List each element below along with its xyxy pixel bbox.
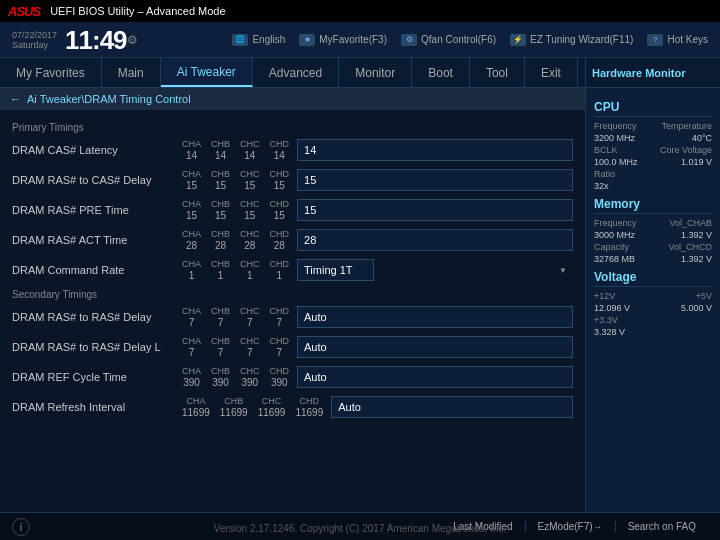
cpu-bclk-value: 100.0 MHz bbox=[594, 157, 638, 167]
cmd-rate-label: DRAM Command Rate bbox=[12, 264, 182, 276]
hot-keys-label: Hot Keys bbox=[667, 34, 708, 45]
main-panel: ← Ai Tweaker\DRAM Timing Control Primary… bbox=[0, 88, 585, 512]
hot-keys-btn[interactable]: ? Hot Keys bbox=[647, 34, 708, 46]
search-faq-btn[interactable]: Search on FAQ bbox=[615, 521, 708, 532]
ras-pre-label: DRAM RAS# PRE Time bbox=[12, 204, 182, 216]
tab-monitor[interactable]: Monitor bbox=[339, 58, 412, 87]
ref-cycle-channels: CHA390 CHB390 CHC390 CHD390 bbox=[182, 366, 289, 388]
hot-keys-icon: ? bbox=[647, 34, 663, 46]
info-icon[interactable]: i bbox=[12, 518, 30, 536]
date-text: 07/22/2017 bbox=[12, 30, 57, 40]
qfan-icon: ⚙ bbox=[401, 34, 417, 46]
mem-volchcd-value: 1.392 V bbox=[681, 254, 712, 264]
refresh-interval-label: DRAM Refresh Interval bbox=[12, 401, 182, 413]
volt-5-label: +5V bbox=[696, 291, 712, 301]
mem-volchcd-label: Vol_CHCD bbox=[668, 242, 712, 252]
volt-33-value: 3.328 V bbox=[594, 327, 625, 337]
cpu-volt-label: Core Voltage bbox=[660, 145, 712, 155]
setting-row-ras-act: DRAM RAS# ACT Time CHA28 CHB28 CHC28 CHD… bbox=[12, 227, 573, 253]
my-favorites-btn[interactable]: ★ MyFavorite(F3) bbox=[299, 34, 387, 46]
cpu-bclk-val-row: 100.0 MHz 1.019 V bbox=[594, 157, 712, 167]
setting-row-ras-cas-delay: DRAM RAS# to CAS# Delay CHA15 CHB15 CHC1… bbox=[12, 167, 573, 193]
day-text: Saturday bbox=[12, 40, 57, 50]
cpu-bclk-label: BCLK bbox=[594, 145, 618, 155]
right-panel: CPU Frequency Temperature 3200 MHz 40°C … bbox=[585, 88, 720, 512]
setting-row-ras-ras-delay: DRAM RAS# to RAS# Delay CHA7 CHB7 CHC7 C… bbox=[12, 304, 573, 330]
cmd-rate-select[interactable]: Timing 1T Timing 2T Auto bbox=[297, 259, 374, 281]
volt-12-value: 12.096 V bbox=[594, 303, 630, 313]
ras-ras-delay-label: DRAM RAS# to RAS# Delay bbox=[12, 311, 182, 323]
mem-cap-row: Capacity Vol_CHCD bbox=[594, 242, 712, 252]
setting-row-ras-pre: DRAM RAS# PRE Time CHA15 CHB15 CHC15 CHD… bbox=[12, 197, 573, 223]
mem-freq-val-row: 3000 MHz 1.392 V bbox=[594, 230, 712, 240]
ref-cycle-input[interactable] bbox=[297, 366, 573, 388]
ras-ras-delay-l-channels: CHA7 CHB7 CHC7 CHD7 bbox=[182, 336, 289, 358]
mem-freq-value: 3000 MHz bbox=[594, 230, 635, 240]
ras-pre-channels: CHA15 CHB15 CHC15 CHD15 bbox=[182, 199, 289, 221]
ez-tuning-icon: ⚡ bbox=[510, 34, 526, 46]
tab-my-favorites[interactable]: My Favorites bbox=[0, 58, 102, 87]
ras-ras-delay-l-label: DRAM RAS# to RAS# Delay L bbox=[12, 341, 182, 353]
setting-row-ref-cycle: DRAM REF Cycle Time CHA390 CHB390 CHC390… bbox=[12, 364, 573, 390]
ez-tuning-btn[interactable]: ⚡ EZ Tuning Wizard(F11) bbox=[510, 34, 633, 46]
breadcrumb-arrow: ← bbox=[10, 93, 21, 105]
refresh-interval-input[interactable] bbox=[331, 396, 573, 418]
ras-act-label: DRAM RAS# ACT Time bbox=[12, 234, 182, 246]
tab-boot[interactable]: Boot bbox=[412, 58, 470, 87]
cpu-volt-value: 1.019 V bbox=[681, 157, 712, 167]
favorites-icon: ★ bbox=[299, 34, 315, 46]
select-arrow-icon: ▼ bbox=[559, 266, 567, 275]
ras-act-channels: CHA28 CHB28 CHC28 CHD28 bbox=[182, 229, 289, 251]
memory-section-title: Memory bbox=[594, 197, 712, 214]
setting-row-cas-latency: DRAM CAS# Latency CHA14 CHB14 CHC14 CHD1… bbox=[12, 137, 573, 163]
tab-ai-tweaker[interactable]: Ai Tweaker bbox=[161, 58, 253, 87]
tab-main[interactable]: Main bbox=[102, 58, 161, 87]
mem-freq-label: Frequency bbox=[594, 218, 637, 228]
ras-cas-delay-channels: CHA15 CHB15 CHC15 CHD15 bbox=[182, 169, 289, 191]
top-bar: ASUS UEFI BIOS Utility – Advanced Mode bbox=[0, 0, 720, 22]
cpu-freq-label: Frequency bbox=[594, 121, 637, 131]
cmd-rate-channels: CHA1 CHB1 CHC1 CHD1 bbox=[182, 259, 289, 281]
hw-monitor-tab-label: Hardware Monitor bbox=[585, 58, 720, 87]
ras-ras-delay-input[interactable] bbox=[297, 306, 573, 328]
voltage-section-title: Voltage bbox=[594, 270, 712, 287]
tab-exit[interactable]: Exit bbox=[525, 58, 578, 87]
cpu-freq-row: Frequency Temperature bbox=[594, 121, 712, 131]
tab-tool[interactable]: Tool bbox=[470, 58, 525, 87]
breadcrumb: ← Ai Tweaker\DRAM Timing Control bbox=[0, 88, 585, 110]
ras-cas-delay-label: DRAM RAS# to CAS# Delay bbox=[12, 174, 182, 186]
cpu-freq-value: 3200 MHz bbox=[594, 133, 635, 143]
ras-ras-delay-l-input[interactable] bbox=[297, 336, 573, 358]
secondary-timings-label: Secondary Timings bbox=[12, 289, 573, 300]
setting-row-cmd-rate: DRAM Command Rate CHA1 CHB1 CHC1 CHD1 Ti… bbox=[12, 257, 573, 283]
volt-33-label: +3.3V bbox=[594, 315, 618, 325]
clock-gear-icon[interactable]: ⚙ bbox=[127, 33, 138, 47]
cpu-bclk-row: BCLK Core Voltage bbox=[594, 145, 712, 155]
setting-row-ras-ras-delay-l: DRAM RAS# to RAS# Delay L CHA7 CHB7 CHC7… bbox=[12, 334, 573, 360]
ez-mode-btn[interactable]: EzMode(F7)→ bbox=[525, 521, 615, 532]
mem-cap-label: Capacity bbox=[594, 242, 629, 252]
ras-pre-input[interactable] bbox=[297, 199, 573, 221]
mem-volchab-label: Vol_CHAB bbox=[669, 218, 712, 228]
qfan-btn[interactable]: ⚙ Qfan Control(F6) bbox=[401, 34, 496, 46]
refresh-interval-channels: CHA11699 CHB11699 CHC11699 CHD11699 bbox=[182, 396, 323, 418]
settings-content: Primary Timings DRAM CAS# Latency CHA14 … bbox=[0, 110, 585, 512]
cpu-section-title: CPU bbox=[594, 100, 712, 117]
nav-tabs: My Favorites Main Ai Tweaker Advanced Mo… bbox=[0, 58, 720, 88]
volt-12-label: +12V bbox=[594, 291, 615, 301]
mem-cap-value: 32768 MB bbox=[594, 254, 635, 264]
cas-latency-input[interactable] bbox=[297, 139, 573, 161]
language-btn[interactable]: 🌐 English bbox=[232, 34, 285, 46]
content-area: ← Ai Tweaker\DRAM Timing Control Primary… bbox=[0, 88, 720, 512]
tab-advanced[interactable]: Advanced bbox=[253, 58, 339, 87]
ras-act-input[interactable] bbox=[297, 229, 573, 251]
qfan-label: Qfan Control(F6) bbox=[421, 34, 496, 45]
mem-freq-row: Frequency Vol_CHAB bbox=[594, 218, 712, 228]
cmd-rate-select-wrapper: Timing 1T Timing 2T Auto ▼ bbox=[297, 259, 573, 281]
volt-12-row: +12V +5V bbox=[594, 291, 712, 301]
cpu-temp-value: 40°C bbox=[692, 133, 712, 143]
language-label: English bbox=[252, 34, 285, 45]
ras-cas-delay-input[interactable] bbox=[297, 169, 573, 191]
volt-33-val-row: 3.328 V bbox=[594, 327, 712, 337]
cpu-ratio-val-row: 32x bbox=[594, 181, 712, 191]
